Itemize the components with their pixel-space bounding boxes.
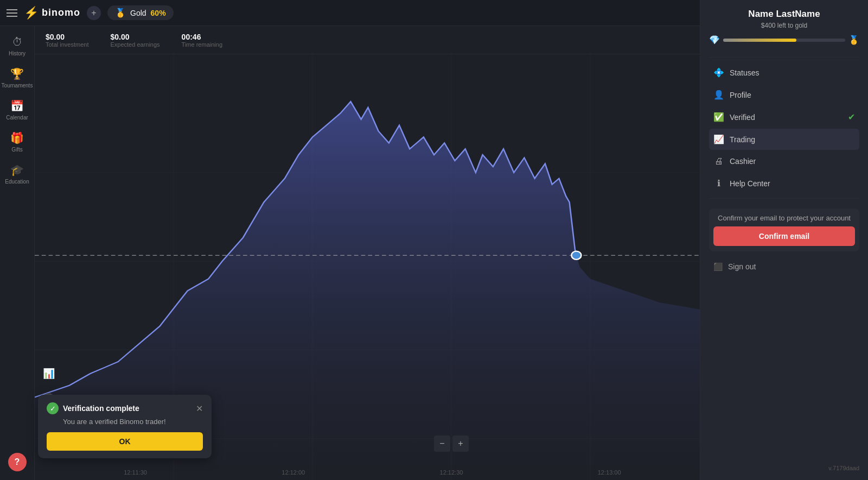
cashier-icon: 🖨 (713, 156, 724, 166)
progress-bar (723, 39, 845, 42)
verified-label: Verified (730, 113, 843, 122)
time-remaining-label: Time remaining (182, 41, 222, 48)
email-confirm-section: Confirm your email to protect your accou… (709, 209, 859, 251)
menu-item-profile[interactable]: 👤 Profile (709, 84, 859, 105)
divider-2 (709, 198, 859, 199)
zoom-in-button[interactable]: + (452, 435, 469, 452)
time-remaining-value: 00:46 (182, 33, 222, 41)
menu-item-trading[interactable]: 📈 Trading (709, 129, 859, 150)
verified-icon: ✅ (713, 112, 724, 122)
menu-item-cashier[interactable]: 🖨 Cashier (709, 151, 859, 172)
xaxis-label-2: 12:12:30 (440, 469, 463, 476)
xaxis-label-0: 12:11:30 (124, 469, 147, 476)
profile-label: Profile (730, 91, 855, 99)
sign-out-label: Sign out (728, 262, 756, 271)
panel-gold-left: $400 left to gold (709, 22, 859, 29)
sidebar-item-tournaments[interactable]: 🏆 Tournaments (0, 62, 34, 94)
diamond-gold-icon: 🥇 (848, 35, 859, 45)
account-pct: 60% (151, 9, 166, 17)
toast-title: Verification complete (63, 404, 192, 413)
menu-item-statuses[interactable]: 💠 Statuses (709, 62, 859, 83)
account-name: Gold (130, 9, 146, 17)
sidebar-label-education: Education (5, 179, 29, 185)
toast-body: You are a verified Binomo trader! (47, 418, 203, 426)
toast-check-icon: ✓ (47, 402, 59, 414)
sidebar: ⏱ History 🏆 Tournaments 📅 Calendar 🎁 Gif… (0, 26, 35, 480)
calendar-icon: 📅 (10, 99, 24, 112)
total-investment-value: $0.00 (46, 33, 88, 41)
zoom-out-button[interactable]: − (434, 435, 450, 452)
topbar-left: ⚡ binomo + 🥇 Gold 60% (7, 5, 723, 20)
trading-icon: 📈 (713, 134, 724, 144)
xaxis-label-1: 12:12:00 (282, 469, 305, 476)
sidebar-item-gifts[interactable]: 🎁 Gifts (0, 126, 34, 158)
xaxis-label-3: 12:13:00 (598, 469, 621, 476)
sidebar-label-tournaments: Tournaments (2, 83, 33, 89)
confirm-email-button[interactable]: Confirm email (713, 226, 855, 246)
dropdown-panel: Name LastName $400 left to gold 💎 🥇 💠 St… (700, 0, 868, 480)
diamond-empty-icon: 💎 (709, 35, 720, 45)
help-center-icon: ℹ (713, 178, 724, 188)
logo: ⚡ binomo (24, 6, 80, 20)
toast-ok-button[interactable]: OK (47, 432, 203, 451)
menu-item-help-center[interactable]: ℹ Help Center (709, 173, 859, 194)
logo-bolt-icon: ⚡ (24, 6, 39, 20)
gifts-icon: 🎁 (10, 131, 24, 144)
sidebar-bottom: ? (8, 449, 27, 476)
divider-1 (709, 57, 859, 58)
sidebar-label-history: History (9, 50, 25, 56)
stat-time-remaining: 00:46 Time remaining (182, 33, 222, 48)
menu-item-verified[interactable]: ✅ Verified ✔ (709, 106, 859, 128)
toast-notification: ✓ Verification complete ✕ You are a veri… (38, 395, 212, 458)
menu-item-sign-out[interactable]: ⬛ Sign out (709, 257, 859, 276)
email-confirm-text: Confirm your email to protect your accou… (713, 214, 855, 222)
progress-fill (723, 39, 796, 42)
logo-text: binomo (42, 7, 80, 18)
add-account-button[interactable]: + (87, 6, 101, 20)
cashier-label: Cashier (730, 157, 855, 166)
total-investment-label: Total investment (46, 41, 88, 48)
profile-icon: 👤 (713, 90, 724, 100)
version-text: v.7179daad (709, 460, 859, 471)
zoom-controls: − + (434, 435, 469, 452)
sidebar-label-gifts: Gifts (11, 147, 23, 153)
sidebar-item-education[interactable]: 🎓 Education (0, 158, 34, 190)
statuses-icon: 💠 (713, 67, 724, 78)
sidebar-item-history[interactable]: ⏱ History (0, 30, 34, 62)
account-selector[interactable]: 🥇 Gold 60% (107, 5, 174, 20)
sidebar-item-calendar[interactable]: 📅 Calendar (0, 94, 34, 126)
verified-check-icon: ✔ (848, 112, 855, 122)
toast-close-button[interactable]: ✕ (196, 403, 203, 414)
education-icon: 🎓 (10, 163, 24, 176)
gold-icon: 🥇 (115, 8, 126, 18)
toast-header: ✓ Verification complete ✕ (47, 402, 203, 414)
expected-earnings-value: $0.00 (110, 33, 159, 41)
help-button[interactable]: ? (8, 453, 27, 471)
svg-point-10 (571, 251, 581, 260)
statuses-label: Statuses (730, 68, 855, 77)
history-icon: ⏱ (12, 36, 23, 48)
menu-icon[interactable] (7, 9, 17, 17)
help-center-label: Help Center (730, 179, 855, 188)
stat-expected-earnings: $0.00 Expected earnings (110, 33, 159, 48)
panel-progress: 💎 🥇 (709, 35, 859, 45)
sign-out-icon: ⬛ (713, 262, 723, 271)
tournaments-icon: 🏆 (10, 67, 24, 80)
chart-tool-bar[interactable]: 📊 (40, 365, 58, 382)
sidebar-label-calendar: Calendar (6, 115, 28, 121)
trading-label: Trading (730, 135, 855, 144)
stat-total-investment: $0.00 Total investment (46, 33, 88, 48)
panel-user-name: Name LastName (709, 9, 859, 20)
expected-earnings-label: Expected earnings (110, 41, 159, 48)
